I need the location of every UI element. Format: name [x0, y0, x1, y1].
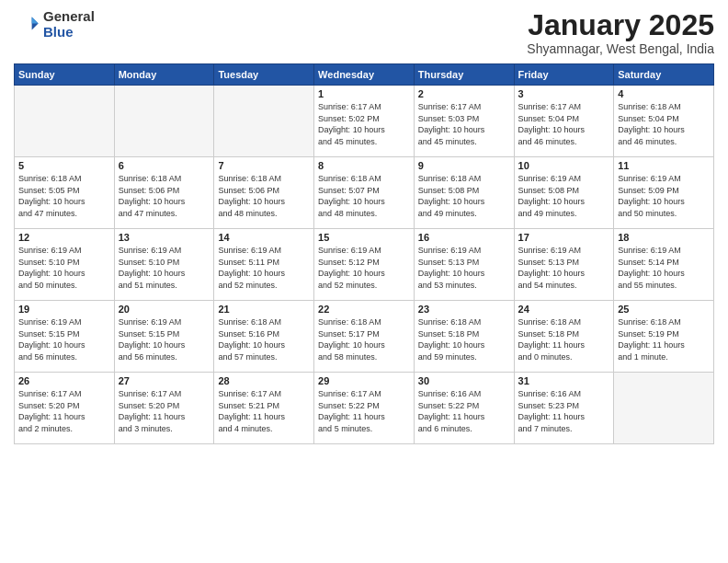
table-row: 10Sunrise: 6:19 AMSunset: 5:08 PMDayligh… [514, 157, 614, 229]
day-info-text: Sunset: 5:12 PM [318, 257, 410, 269]
day-info-text: Sunset: 5:08 PM [518, 185, 610, 197]
day-info-text: and 48 minutes. [218, 208, 310, 220]
day-info-text: Sunset: 5:06 PM [119, 185, 210, 197]
day-info-text: and 7 minutes. [518, 423, 610, 435]
day-info-text: and 45 minutes. [418, 136, 510, 148]
day-info-text: Sunrise: 6:18 AM [218, 173, 310, 185]
day-number: 1 [318, 88, 410, 99]
header-wednesday: Wednesday [314, 64, 415, 86]
day-info-text: and 57 minutes. [218, 351, 310, 363]
day-number: 22 [318, 304, 410, 315]
day-info-text: Sunset: 5:11 PM [218, 257, 310, 269]
day-number: 15 [318, 232, 410, 243]
table-row: 22Sunrise: 6:18 AMSunset: 5:17 PMDayligh… [314, 301, 415, 373]
day-number: 7 [218, 160, 310, 171]
day-number: 20 [119, 304, 210, 315]
table-row: 6Sunrise: 6:18 AMSunset: 5:06 PMDaylight… [114, 157, 214, 229]
day-info-text: and 56 minutes. [18, 351, 110, 363]
day-info-text: Sunrise: 6:18 AM [618, 316, 710, 328]
day-info-text: Sunrise: 6:18 AM [518, 316, 610, 328]
month-title: January 2025 [527, 9, 714, 41]
day-info-text: and 0 minutes. [518, 351, 610, 363]
day-info-text: Sunrise: 6:17 AM [318, 388, 410, 400]
day-number: 2 [418, 88, 510, 99]
day-number: 5 [18, 160, 110, 171]
day-info-text: Sunrise: 6:17 AM [18, 388, 110, 400]
table-row: 20Sunrise: 6:19 AMSunset: 5:15 PMDayligh… [114, 301, 214, 373]
day-info-text: and 59 minutes. [418, 351, 510, 363]
day-info-text: Sunrise: 6:17 AM [418, 101, 510, 113]
day-number: 14 [218, 232, 310, 243]
day-number: 12 [18, 232, 110, 243]
day-info-text: Sunrise: 6:16 AM [518, 388, 610, 400]
day-number: 6 [119, 160, 210, 171]
day-info-text: and 1 minute. [618, 351, 710, 363]
day-info-text: Daylight: 11 hours [618, 339, 710, 351]
day-info-text: Daylight: 10 hours [318, 268, 410, 280]
day-info-text: and 53 minutes. [418, 280, 510, 292]
table-row: 17Sunrise: 6:19 AMSunset: 5:13 PMDayligh… [514, 229, 614, 301]
logo-general-text: General [43, 9, 95, 25]
day-info-text: Sunrise: 6:19 AM [318, 245, 410, 257]
calendar-week-row: 1Sunrise: 6:17 AMSunset: 5:02 PMDaylight… [15, 86, 714, 157]
day-info-text: and 5 minutes. [318, 423, 410, 435]
table-row: 27Sunrise: 6:17 AMSunset: 5:20 PMDayligh… [114, 373, 214, 444]
day-info-text: and 48 minutes. [318, 208, 410, 220]
day-info-text: Sunset: 5:13 PM [418, 257, 510, 269]
day-info-text: Daylight: 10 hours [518, 124, 610, 136]
day-number: 9 [418, 160, 510, 171]
day-info-text: Sunset: 5:05 PM [18, 185, 110, 197]
day-number: 25 [618, 304, 710, 315]
day-info-text: Sunset: 5:22 PM [418, 400, 510, 412]
day-info-text: Sunrise: 6:17 AM [218, 388, 310, 400]
day-info-text: and 52 minutes. [218, 280, 310, 292]
table-row: 16Sunrise: 6:19 AMSunset: 5:13 PMDayligh… [414, 229, 514, 301]
table-row: 14Sunrise: 6:19 AMSunset: 5:11 PMDayligh… [214, 229, 314, 301]
day-info-text: and 45 minutes. [318, 136, 410, 148]
day-info-text: Daylight: 10 hours [119, 196, 210, 208]
day-info-text: Sunrise: 6:19 AM [18, 316, 110, 328]
day-info-text: Sunrise: 6:19 AM [518, 245, 610, 257]
day-info-text: and 46 minutes. [518, 136, 610, 148]
day-info-text: Daylight: 11 hours [318, 411, 410, 423]
day-info-text: Daylight: 11 hours [518, 411, 610, 423]
table-row: 19Sunrise: 6:19 AMSunset: 5:15 PMDayligh… [15, 301, 115, 373]
header-monday: Monday [114, 64, 214, 86]
day-info-text: Sunrise: 6:16 AM [418, 388, 510, 400]
day-info-text: Daylight: 10 hours [518, 196, 610, 208]
table-row: 9Sunrise: 6:18 AMSunset: 5:08 PMDaylight… [414, 157, 514, 229]
table-row: 18Sunrise: 6:19 AMSunset: 5:14 PMDayligh… [614, 229, 714, 301]
day-info-text: Sunset: 5:02 PM [318, 113, 410, 125]
table-row: 29Sunrise: 6:17 AMSunset: 5:22 PMDayligh… [314, 373, 415, 444]
day-info-text: Daylight: 11 hours [119, 411, 210, 423]
day-info-text: and 49 minutes. [418, 208, 510, 220]
day-info-text: and 56 minutes. [119, 351, 210, 363]
day-info-text: Daylight: 10 hours [218, 268, 310, 280]
day-info-text: Sunset: 5:22 PM [318, 400, 410, 412]
table-row: 23Sunrise: 6:18 AMSunset: 5:18 PMDayligh… [414, 301, 514, 373]
day-info-text: Sunrise: 6:17 AM [318, 101, 410, 113]
day-info-text: Sunset: 5:20 PM [18, 400, 110, 412]
day-info-text: Sunset: 5:07 PM [318, 185, 410, 197]
day-info-text: Daylight: 11 hours [18, 411, 110, 423]
table-row: 7Sunrise: 6:18 AMSunset: 5:06 PMDaylight… [214, 157, 314, 229]
day-number: 17 [518, 232, 610, 243]
table-row: 1Sunrise: 6:17 AMSunset: 5:02 PMDaylight… [314, 86, 415, 157]
day-info-text: Sunrise: 6:18 AM [18, 173, 110, 185]
day-info-text: Daylight: 10 hours [318, 339, 410, 351]
day-info-text: and 46 minutes. [618, 136, 710, 148]
calendar: Sunday Monday Tuesday Wednesday Thursday… [14, 63, 714, 444]
day-info-text: Daylight: 10 hours [418, 124, 510, 136]
day-number: 29 [318, 375, 410, 386]
table-row: 11Sunrise: 6:19 AMSunset: 5:09 PMDayligh… [614, 157, 714, 229]
day-info-text: Sunset: 5:14 PM [618, 257, 710, 269]
table-row: 31Sunrise: 6:16 AMSunset: 5:23 PMDayligh… [514, 373, 614, 444]
day-number: 16 [418, 232, 510, 243]
day-info-text: Sunset: 5:10 PM [119, 257, 210, 269]
header-friday: Friday [514, 64, 614, 86]
day-info-text: Sunrise: 6:19 AM [518, 173, 610, 185]
day-number: 24 [518, 304, 610, 315]
title-section: January 2025 Shyamnagar, West Bengal, In… [527, 9, 714, 56]
calendar-week-row: 19Sunrise: 6:19 AMSunset: 5:15 PMDayligh… [15, 301, 714, 373]
day-info-text: Sunrise: 6:17 AM [119, 388, 210, 400]
